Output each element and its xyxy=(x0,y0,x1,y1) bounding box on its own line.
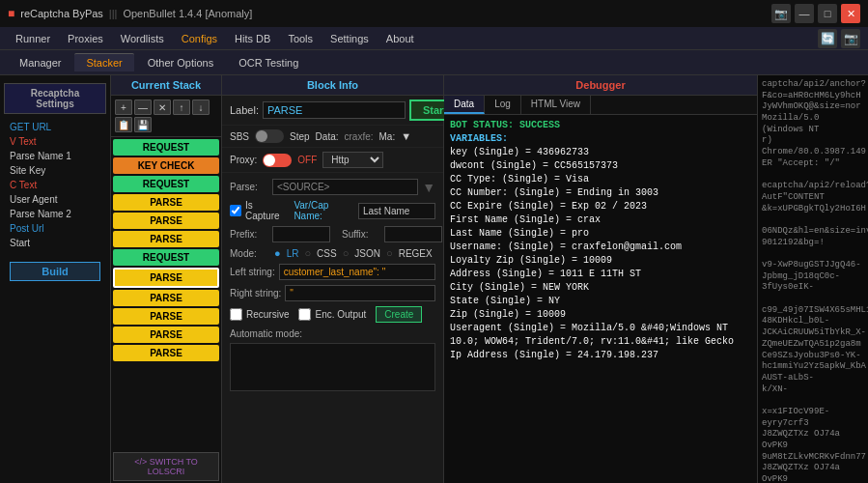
config-form: Parse: ▼ Is Capture Var/Cap Name: Prefix… xyxy=(222,173,443,483)
sidebar-v-text[interactable]: V Text xyxy=(4,134,106,149)
stack-block-parse-3[interactable]: PARSE xyxy=(113,231,219,247)
prefix-label: Prefix: xyxy=(230,229,268,240)
recursive-label: Recursive xyxy=(246,309,289,320)
sidebar-post-url[interactable]: Post Url xyxy=(4,221,106,236)
current-stack-title: Current Stack xyxy=(111,75,221,96)
menu-tools[interactable]: Tools xyxy=(280,31,321,46)
stack-block-key-check[interactable]: KEY CHECK xyxy=(113,157,219,174)
label-input[interactable] xyxy=(263,101,406,119)
proxy-type-select[interactable]: Http Socks4 Socks5 xyxy=(322,152,383,168)
debug-var-8: Loyalty Zip (Single) = 10009 xyxy=(450,254,751,268)
mode-json[interactable]: JSON xyxy=(354,248,380,259)
bottom-options-row: Recursive Enc. Output Create xyxy=(230,306,435,323)
stack-delete-btn[interactable]: ✕ xyxy=(154,99,171,115)
right-preview-panel: captcha/api2/anchor? F&co=aHR0cHM6Ly9hcH… xyxy=(757,75,868,483)
sidebar-get-url[interactable]: GET URL xyxy=(4,120,106,134)
debugger-tab-data[interactable]: Data xyxy=(444,96,485,114)
sidebar-c-text[interactable]: C Text xyxy=(4,178,106,192)
maximize-button[interactable]: □ xyxy=(818,4,837,23)
tab-other-options[interactable]: Other Options xyxy=(136,54,225,71)
menu-wordlists[interactable]: Wordlists xyxy=(113,31,172,46)
data-label: Data: xyxy=(316,131,339,142)
parse-input[interactable] xyxy=(272,179,418,195)
stack-block-parse-selected[interactable]: PARSE xyxy=(113,268,219,288)
sidebar-start[interactable]: Start xyxy=(4,236,106,250)
auto-mode-area xyxy=(230,343,435,391)
stack-copy-btn[interactable]: 📋 xyxy=(115,117,132,132)
switch-to-lolscript-btn[interactable]: </> SWITCH TO LOLSCRI xyxy=(113,452,219,481)
stack-block-request-3[interactable]: REQUEST xyxy=(113,249,219,266)
app-name: reCaptcha ByPas xyxy=(20,8,103,19)
stack-block-parse-7[interactable]: PARSE xyxy=(113,345,219,361)
right-string-input[interactable] xyxy=(285,285,435,301)
stack-block-parse-6[interactable]: PARSE xyxy=(113,327,219,343)
preview-line-4: r) Chrome/80.0.3987.149 xyxy=(762,135,864,157)
menu-proxies[interactable]: Proxies xyxy=(60,31,111,46)
stack-block-parse-2[interactable]: PARSE xyxy=(113,213,219,229)
sbs-toggle[interactable] xyxy=(255,129,284,143)
menu-runner[interactable]: Runner xyxy=(8,31,58,46)
step-label: Step xyxy=(290,131,310,142)
mode-regex[interactable]: REGEX xyxy=(399,248,433,259)
proxy-toggle[interactable] xyxy=(263,154,292,167)
preview-line-1: F&co=aHR0cHM6Ly9hcH xyxy=(762,91,864,102)
mode-css[interactable]: CSS xyxy=(317,248,337,259)
stack-items: REQUEST KEY CHECK REQUEST PARSE PARSE PA… xyxy=(111,137,221,450)
stack-block-request-1[interactable]: REQUEST xyxy=(113,139,219,156)
debug-var-9: Address (Single) = 1011 E 11TH ST xyxy=(450,268,751,281)
sidebar-parse-name2[interactable]: Parse Name 2 xyxy=(4,207,106,221)
preview-line-18: c99_49j07ISW4X65sMHL13 xyxy=(762,305,864,317)
is-capture-label: Is Capture xyxy=(245,200,286,221)
stack-add-btn[interactable]: + xyxy=(115,99,132,115)
stack-block-parse-4[interactable]: PARSE xyxy=(113,290,219,306)
recursive-checkbox[interactable] xyxy=(230,308,242,321)
create-button[interactable]: Create xyxy=(376,306,422,323)
debug-var-1: dwcont (Single) = CC565157373 xyxy=(450,159,751,173)
camera-icon-btn[interactable]: 📷 xyxy=(841,29,860,48)
refresh-icon-btn[interactable]: 🔄 xyxy=(818,29,837,48)
menu-hitsdb[interactable]: Hits DB xyxy=(227,31,278,46)
suffix-input[interactable] xyxy=(384,226,442,242)
mode-lr[interactable]: LR xyxy=(287,248,299,259)
stack-up-btn[interactable]: ↑ xyxy=(173,99,190,115)
debug-var-13: Useragent (Single) = Mozilla/5.0 &#40;Wi… xyxy=(450,322,751,349)
minimize-button[interactable]: — xyxy=(795,4,814,23)
left-string-input[interactable] xyxy=(279,264,435,280)
preview-line-5: ER "Accept: "/" xyxy=(762,158,864,170)
tab-stacker[interactable]: Stacker xyxy=(74,53,133,71)
menu-configs[interactable]: Configs xyxy=(174,31,225,46)
is-capture-checkbox[interactable] xyxy=(230,205,241,216)
var-cap-input[interactable] xyxy=(358,203,435,219)
stack-down-btn[interactable]: ↓ xyxy=(192,99,210,115)
variables-header: VARIABLES: xyxy=(450,132,751,146)
sidebar-user-agent[interactable]: User Agent xyxy=(4,192,106,207)
debugger-tab-html[interactable]: HTML View xyxy=(521,96,591,114)
debugger-tab-log[interactable]: Log xyxy=(485,96,521,114)
preview-line-28: J8ZWQZTXz OJ74a OvPK9 xyxy=(762,429,864,451)
is-capture-row: Is Capture Var/Cap Name: xyxy=(230,200,435,221)
debug-var-6: Last Name (Single) = pro xyxy=(450,227,751,241)
parse-label: Parse: xyxy=(230,182,268,192)
tab-manager[interactable]: Manager xyxy=(8,54,72,71)
tab-ocr-testing[interactable]: OCR Testing xyxy=(227,54,310,71)
debug-var-11: State (Single) = NY xyxy=(450,295,751,308)
sidebar-site-key[interactable]: Site Key xyxy=(4,163,106,178)
menu-about[interactable]: About xyxy=(378,31,422,46)
menu-settings[interactable]: Settings xyxy=(322,31,377,46)
auto-mode-section: Automatic mode: xyxy=(230,327,435,391)
enc-output-checkbox[interactable] xyxy=(298,308,311,321)
stack-block-parse-5[interactable]: PARSE xyxy=(113,308,219,325)
sidebar-parse-name1[interactable]: Parse Name 1 xyxy=(4,149,106,163)
parse-dropdown-icon[interactable]: ▼ xyxy=(422,180,435,195)
debugger-title: Debugger xyxy=(444,75,757,96)
stack-block-request-2[interactable]: REQUEST xyxy=(113,176,219,192)
stack-remove-btn[interactable]: — xyxy=(134,99,152,115)
camera-button[interactable]: 📷 xyxy=(771,4,791,23)
proxy-row: Proxy: OFF Http Socks4 Socks5 xyxy=(222,148,443,173)
debug-var-2: CC Type: (Single) = Visa xyxy=(450,173,751,186)
prefix-input[interactable] xyxy=(272,226,330,242)
build-button[interactable]: Build xyxy=(10,262,100,281)
stack-save-btn[interactable]: 💾 xyxy=(134,117,152,132)
close-button[interactable]: ✕ xyxy=(841,4,860,23)
stack-block-parse-1[interactable]: PARSE xyxy=(113,194,219,211)
